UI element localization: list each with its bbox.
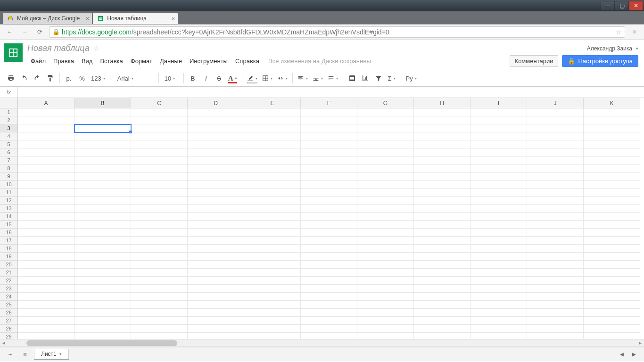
cell[interactable] bbox=[244, 116, 301, 124]
cell[interactable] bbox=[527, 221, 584, 229]
cell[interactable] bbox=[584, 165, 640, 173]
cell[interactable] bbox=[584, 221, 640, 229]
cell[interactable] bbox=[301, 221, 357, 229]
cell[interactable] bbox=[357, 189, 414, 197]
cell[interactable] bbox=[584, 116, 640, 124]
cell[interactable] bbox=[301, 261, 357, 269]
reload-button[interactable]: ⟳ bbox=[34, 26, 45, 38]
cell[interactable] bbox=[74, 317, 131, 325]
column-header[interactable]: F bbox=[301, 98, 357, 108]
cell[interactable] bbox=[131, 309, 188, 317]
cell[interactable] bbox=[414, 253, 471, 261]
star-icon[interactable]: ☆ bbox=[93, 44, 99, 53]
cell[interactable] bbox=[74, 229, 131, 237]
formula-input[interactable] bbox=[18, 87, 644, 98]
cell[interactable] bbox=[471, 156, 527, 165]
cell[interactable] bbox=[357, 108, 414, 116]
cell[interactable] bbox=[527, 165, 584, 173]
cell[interactable] bbox=[414, 277, 471, 285]
cell[interactable] bbox=[301, 253, 357, 261]
row-header[interactable]: 11 bbox=[0, 189, 18, 197]
sheet-tab[interactable]: Лист1 ▾ bbox=[34, 349, 69, 360]
cell[interactable] bbox=[584, 301, 640, 309]
row-header[interactable]: 26 bbox=[0, 309, 18, 317]
cell[interactable] bbox=[244, 245, 301, 253]
cell[interactable] bbox=[414, 213, 471, 221]
cell[interactable] bbox=[584, 132, 640, 140]
row-header[interactable]: 25 bbox=[0, 301, 18, 309]
merge-cells-button[interactable] bbox=[275, 72, 289, 84]
cell[interactable] bbox=[74, 156, 131, 165]
cell[interactable] bbox=[244, 189, 301, 197]
cell[interactable] bbox=[301, 108, 357, 116]
cell[interactable] bbox=[471, 221, 527, 229]
cell[interactable] bbox=[357, 261, 414, 269]
cell[interactable] bbox=[414, 237, 471, 245]
document-title[interactable]: Новая таблица bbox=[27, 43, 90, 53]
cell[interactable] bbox=[584, 205, 640, 213]
column-header[interactable]: E bbox=[244, 98, 301, 108]
cell[interactable] bbox=[74, 213, 131, 221]
cell[interactable] bbox=[357, 116, 414, 124]
cell[interactable] bbox=[244, 124, 301, 132]
cell[interactable] bbox=[414, 132, 471, 140]
cell[interactable] bbox=[357, 277, 414, 285]
cell[interactable] bbox=[131, 108, 188, 116]
cell[interactable] bbox=[244, 277, 301, 285]
menu-insert[interactable]: Вставка bbox=[97, 56, 126, 66]
cell[interactable] bbox=[414, 317, 471, 325]
add-sheet-button[interactable]: ＋ bbox=[4, 349, 16, 360]
cell[interactable] bbox=[244, 229, 301, 237]
cell[interactable] bbox=[244, 309, 301, 317]
cell[interactable] bbox=[301, 173, 357, 181]
row-header[interactable]: 21 bbox=[0, 269, 18, 277]
cell[interactable] bbox=[244, 140, 301, 148]
cell[interactable] bbox=[244, 213, 301, 221]
cell[interactable] bbox=[131, 140, 188, 148]
cell[interactable] bbox=[584, 181, 640, 189]
cell[interactable] bbox=[188, 124, 244, 132]
cell[interactable] bbox=[471, 181, 527, 189]
row-header[interactable]: 8 bbox=[0, 165, 18, 173]
row-header[interactable]: 15 bbox=[0, 221, 18, 229]
cell[interactable] bbox=[527, 261, 584, 269]
column-header[interactable]: G bbox=[357, 98, 414, 108]
cell[interactable] bbox=[414, 333, 471, 339]
cell[interactable] bbox=[18, 108, 74, 116]
paint-format-button[interactable] bbox=[44, 72, 57, 84]
cell[interactable] bbox=[357, 124, 414, 132]
cell[interactable] bbox=[471, 245, 527, 253]
close-icon[interactable]: × bbox=[86, 15, 90, 22]
comments-button[interactable]: Комментарии bbox=[510, 55, 559, 67]
cell[interactable] bbox=[471, 132, 527, 140]
cell[interactable] bbox=[188, 325, 244, 333]
cell[interactable] bbox=[414, 165, 471, 173]
cell[interactable] bbox=[301, 156, 357, 165]
cell[interactable] bbox=[527, 108, 584, 116]
horizontal-scrollbar[interactable]: ◄ ► bbox=[0, 339, 644, 347]
cell[interactable] bbox=[584, 277, 640, 285]
cell[interactable] bbox=[131, 197, 188, 205]
cell[interactable] bbox=[131, 173, 188, 181]
cell[interactable] bbox=[527, 301, 584, 309]
cell[interactable] bbox=[414, 124, 471, 132]
cell[interactable] bbox=[18, 197, 74, 205]
browser-tab-sheet[interactable]: Новая таблица × bbox=[93, 13, 178, 24]
row-header[interactable]: 2 bbox=[0, 116, 18, 124]
cell[interactable] bbox=[188, 317, 244, 325]
cell[interactable] bbox=[74, 124, 131, 132]
cell[interactable] bbox=[188, 301, 244, 309]
font-family-select[interactable]: Arial bbox=[113, 72, 156, 84]
cell[interactable] bbox=[414, 221, 471, 229]
cell[interactable] bbox=[131, 124, 188, 132]
cell[interactable] bbox=[414, 156, 471, 165]
cell[interactable] bbox=[357, 213, 414, 221]
cell[interactable] bbox=[74, 269, 131, 277]
cell[interactable] bbox=[244, 156, 301, 165]
cell[interactable] bbox=[527, 237, 584, 245]
cell[interactable] bbox=[301, 124, 357, 132]
cell[interactable] bbox=[74, 237, 131, 245]
cell[interactable] bbox=[244, 301, 301, 309]
cell[interactable] bbox=[301, 317, 357, 325]
cell[interactable] bbox=[527, 269, 584, 277]
